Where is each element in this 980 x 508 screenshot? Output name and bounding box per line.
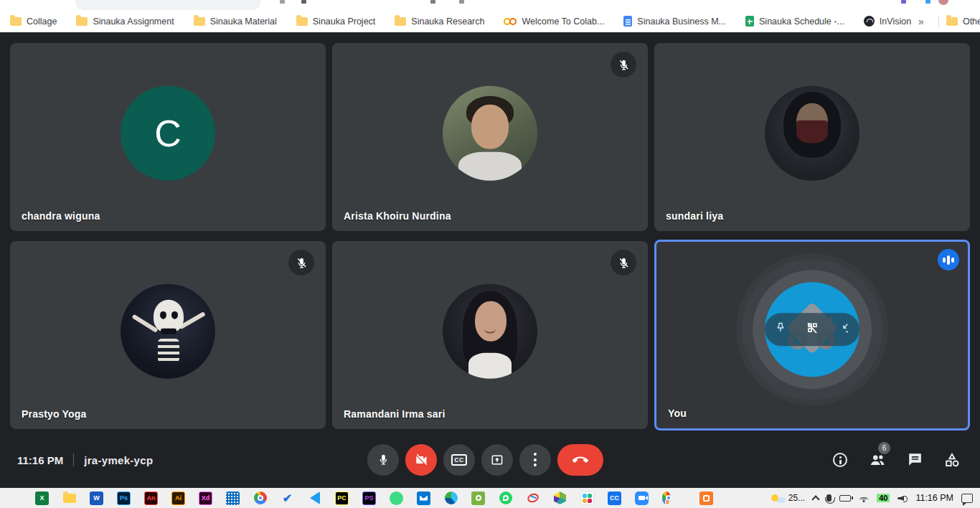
xampp-shape [703, 495, 710, 502]
call-controls: CC [367, 444, 603, 476]
wifi-icon[interactable] [859, 494, 869, 502]
participants-button[interactable]: 6 [868, 451, 887, 469]
adobe-xd-icon[interactable]: Xd [199, 491, 212, 505]
avatar-photo [443, 86, 537, 181]
photoshop-icon[interactable]: Ps [117, 491, 131, 505]
remove-tile-button[interactable] [804, 320, 820, 339]
bookmark-sinauka-material[interactable]: Sinauka Material [194, 17, 277, 27]
tray-microphone-icon[interactable] [826, 494, 831, 502]
camtasia-icon[interactable]: CC [608, 491, 621, 505]
mic-toggle-button[interactable] [367, 444, 399, 476]
captions-button[interactable]: CC [443, 444, 475, 476]
bookmark-sinauka-schedule[interactable]: Sinauka Schedule -... [745, 16, 844, 27]
avatar-photo [765, 86, 859, 181]
action-center-icon[interactable] [961, 494, 973, 503]
illustrator-icon[interactable]: Ai [171, 491, 185, 505]
invision-icon [864, 16, 875, 27]
participants-count-badge: 6 [878, 442, 890, 454]
tray-expand-chevron-icon[interactable] [812, 495, 820, 503]
other-bookmarks-button[interactable]: Other bookmarks [946, 17, 980, 27]
file-explorer-icon[interactable] [62, 491, 76, 505]
excel-icon[interactable]: X [35, 491, 49, 505]
folder-icon [76, 17, 88, 26]
google-sheets-icon [745, 16, 754, 27]
bookmark-invision[interactable]: InVision [864, 16, 911, 27]
profile-avatar-fragment [938, 0, 948, 5]
slack-icon[interactable] [580, 491, 594, 505]
pin-tile-button[interactable] [773, 321, 788, 338]
calendar-icon[interactable] [226, 491, 240, 505]
participant-tile[interactable]: sundari liya [654, 43, 970, 231]
participant-tile[interactable]: Ramandani Irma sari [332, 241, 648, 429]
clock-label: 11:16 PM [17, 453, 63, 466]
mic-muted-icon [611, 250, 636, 276]
bookmark-welcome-to-colab[interactable]: Welcome To Colab... [504, 17, 604, 27]
bookmark-sinauka-research[interactable]: Sinauka Research [395, 17, 484, 27]
bookmark-collage[interactable]: Collage [10, 17, 57, 27]
bookmark-sinauka-project[interactable]: Sinauka Project [296, 17, 376, 27]
hexagon-shape [554, 491, 566, 504]
bookmarks-bar: Collage Sinauka Assignment Sinauka Mater… [0, 10, 980, 32]
google-docs-icon [623, 16, 632, 27]
self-tile[interactable]: You [654, 240, 970, 431]
captions-icon: CC [451, 454, 467, 466]
xampp-icon[interactable] [699, 491, 713, 505]
participant-name: Prastyo Yoga [22, 408, 87, 420]
bookmark-label: Welcome To Colab... [522, 17, 604, 27]
extension-fragment-icon [925, 0, 930, 4]
android-app-icon[interactable] [390, 491, 403, 505]
red-swirl-app-icon[interactable] [526, 491, 540, 505]
bookmark-label: Collage [27, 17, 57, 27]
chrome-icon[interactable] [253, 491, 267, 505]
meeting-details-button[interactable] [831, 451, 849, 469]
word-icon[interactable]: W [90, 491, 103, 505]
more-options-icon [534, 453, 537, 466]
bookmark-label: InVision [880, 17, 911, 27]
participant-tile[interactable]: C chandra wiguna [10, 43, 326, 231]
folder-icon [194, 17, 205, 26]
activities-button[interactable] [943, 451, 961, 469]
tile-hover-toolbar [765, 313, 859, 346]
more-options-button[interactable] [519, 444, 551, 476]
meeting-info: 11:16 PM jra-ymek-ycp [17, 453, 153, 466]
battery-icon[interactable] [839, 495, 851, 502]
avatar: C [121, 86, 215, 181]
meet-stage: C chandra wiguna Arista Khoiru Nurdina [0, 32, 980, 488]
camera-off-button[interactable] [405, 444, 437, 476]
colab-icon [504, 17, 517, 26]
edge-logo [445, 491, 458, 504]
mail-icon[interactable] [417, 491, 430, 505]
phpstorm-icon[interactable]: PS [362, 491, 376, 505]
whatsapp-icon[interactable] [499, 491, 512, 505]
participant-tile[interactable]: Prastyo Yoga [10, 241, 326, 429]
participant-name: Arista Khoiru Nurdina [344, 210, 451, 222]
chat-button[interactable] [905, 451, 924, 469]
participant-tile[interactable]: Arista Khoiru Nurdina [332, 43, 648, 231]
taskbar-clock[interactable]: 11:16 PM [915, 493, 953, 503]
start-button-icon[interactable] [8, 491, 22, 505]
animate-icon[interactable]: An [144, 491, 158, 505]
photo-shape [458, 152, 522, 181]
weather-widget[interactable]: 25... [771, 493, 805, 503]
photo-shape [471, 105, 509, 149]
hexagon-app-icon[interactable] [553, 491, 567, 505]
battery-percent-badge[interactable]: 40 [877, 494, 890, 502]
chrome-profile-icon[interactable] [662, 491, 676, 505]
present-screen-button[interactable] [481, 444, 513, 476]
edge-icon[interactable] [444, 491, 458, 505]
bookmarks-overflow-chevron-icon[interactable]: » [911, 16, 931, 27]
screen: Collage Sinauka Assignment Sinauka Mater… [0, 0, 980, 508]
volume-icon[interactable] [897, 494, 908, 502]
bookmark-sinauka-business[interactable]: Sinauka Business M... [623, 16, 726, 27]
pycharm-icon[interactable]: PC [335, 491, 349, 505]
minimize-tile-button[interactable] [837, 321, 851, 338]
divider [73, 453, 74, 466]
bookmarks-overflow-area: » Other bookmarks [911, 15, 980, 28]
screen-recorder-icon[interactable] [471, 491, 485, 505]
bookmark-sinauka-assignment[interactable]: Sinauka Assignment [76, 17, 174, 27]
todo-check-icon[interactable]: ✔ [281, 491, 294, 505]
vscode-icon[interactable] [308, 491, 321, 505]
omnibox-fragment[interactable] [75, 0, 260, 10]
zoom-app-icon[interactable] [635, 491, 649, 505]
end-call-button[interactable] [557, 444, 603, 476]
